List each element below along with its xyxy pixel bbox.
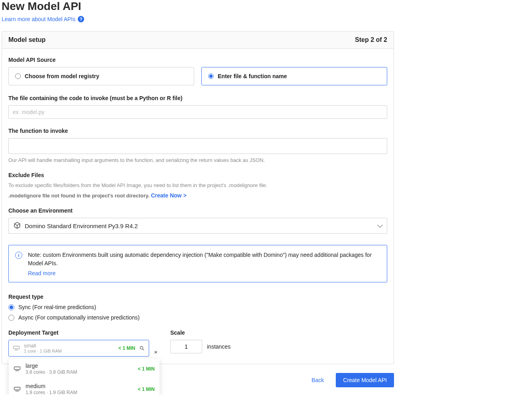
- env-note: i Note: custom Environments built using …: [8, 245, 387, 282]
- deployment-target-select[interactable]: small 1 core · 1 GiB RAM < 1 MIN large3.…: [8, 340, 149, 357]
- request-sync-label: Sync (For real-time predictions): [18, 304, 96, 310]
- svg-rect-3: [14, 387, 20, 390]
- create-model-api-button[interactable]: Create Model API: [336, 373, 394, 387]
- request-async[interactable]: Async (For computationally intensive pre…: [8, 314, 387, 321]
- model-setup-panel: Model setup Step 2 of 2 Model API Source…: [2, 31, 394, 364]
- source-label: Model API Source: [8, 57, 387, 63]
- svg-rect-2: [14, 367, 20, 369]
- env-value: Domino Standard Environment Py3.9 R4.2: [25, 223, 374, 229]
- hardware-tier-icon: [14, 366, 21, 372]
- panel-title: Model setup: [8, 36, 45, 43]
- deploy-selected-time: < 1 MIN: [118, 345, 135, 351]
- deploy-selected-spec: 1 core · 1 GiB RAM: [24, 349, 114, 354]
- svg-point-1: [140, 346, 143, 349]
- cube-icon: [14, 222, 21, 230]
- radio-file[interactable]: [208, 73, 214, 79]
- scale-input[interactable]: [170, 340, 202, 353]
- learn-more-link[interactable]: Learn more about Model APIs ?: [2, 16, 84, 22]
- file-input[interactable]: [8, 105, 387, 119]
- chevron-down-icon: [377, 222, 383, 228]
- function-help: Our API will handle marshalling input ar…: [8, 157, 387, 163]
- back-button[interactable]: Back: [307, 374, 328, 386]
- panel-header: Model setup Step 2 of 2: [2, 32, 394, 49]
- option-time: < 1 MIN: [138, 386, 155, 392]
- exclude-label: Exclude Files: [8, 172, 387, 178]
- source-option-file-label: Enter file & function name: [218, 73, 287, 79]
- option-spec: 3.8 cores · 3.8 GiB RAM: [26, 369, 133, 375]
- learn-more-text: Learn more about Model APIs: [2, 16, 75, 22]
- file-label: The file containing the code to invoke (…: [8, 95, 387, 101]
- hardware-tier-icon: [13, 345, 20, 351]
- radio-async[interactable]: [8, 315, 14, 321]
- deployment-target-dropdown: large3.8 cores · 3.8 GiB RAM< 1 MINmediu…: [9, 359, 160, 394]
- page-title: New Model API: [2, 0, 524, 13]
- scale-unit: instances: [207, 343, 230, 350]
- deployment-option-large[interactable]: large3.8 cores · 3.8 GiB RAM< 1 MIN: [9, 359, 160, 379]
- request-sync[interactable]: Sync (For real-time predictions): [8, 304, 387, 310]
- option-spec: 1.9 cores · 1.9 GiB RAM: [26, 390, 133, 394]
- env-note-read-more[interactable]: Read more: [28, 270, 381, 276]
- request-type-label: Request type: [8, 294, 387, 300]
- exclude-help: To exclude specific files/folders from t…: [8, 182, 387, 188]
- search-icon: [139, 345, 145, 351]
- hardware-tier-icon: [14, 386, 21, 392]
- env-label: Choose an Environment: [8, 207, 387, 214]
- scale-label: Scale: [170, 329, 230, 336]
- clear-deployment-target[interactable]: ×: [152, 349, 159, 355]
- create-modelignore-link[interactable]: Create Now >: [151, 192, 186, 199]
- option-time: < 1 MIN: [138, 366, 155, 372]
- source-option-registry-label: Choose from model registry: [25, 73, 99, 79]
- option-name: large: [26, 363, 133, 369]
- function-label: The function to invoke: [8, 128, 387, 134]
- source-option-registry[interactable]: Choose from model registry: [8, 67, 194, 85]
- help-icon: ?: [78, 16, 84, 22]
- deploy-selected-name: small: [24, 343, 114, 349]
- step-indicator: Step 2 of 2: [355, 36, 387, 43]
- modelignore-notfound: .modelignore file not found in the proje…: [8, 193, 151, 199]
- svg-rect-0: [14, 346, 20, 349]
- radio-sync[interactable]: [8, 304, 14, 310]
- environment-select[interactable]: Domino Standard Environment Py3.9 R4.2: [8, 218, 387, 234]
- source-option-file[interactable]: Enter file & function name: [201, 67, 387, 85]
- info-icon: i: [15, 252, 22, 259]
- radio-registry[interactable]: [15, 73, 21, 79]
- request-async-label: Async (For computationally intensive pre…: [18, 314, 140, 321]
- env-note-text: Note: custom Environments built using au…: [28, 251, 381, 268]
- deployment-option-medium[interactable]: medium1.9 cores · 1.9 GiB RAM< 1 MIN: [9, 379, 160, 394]
- option-name: medium: [26, 383, 133, 390]
- deploy-label: Deployment Target: [8, 329, 159, 336]
- function-input[interactable]: [8, 138, 387, 154]
